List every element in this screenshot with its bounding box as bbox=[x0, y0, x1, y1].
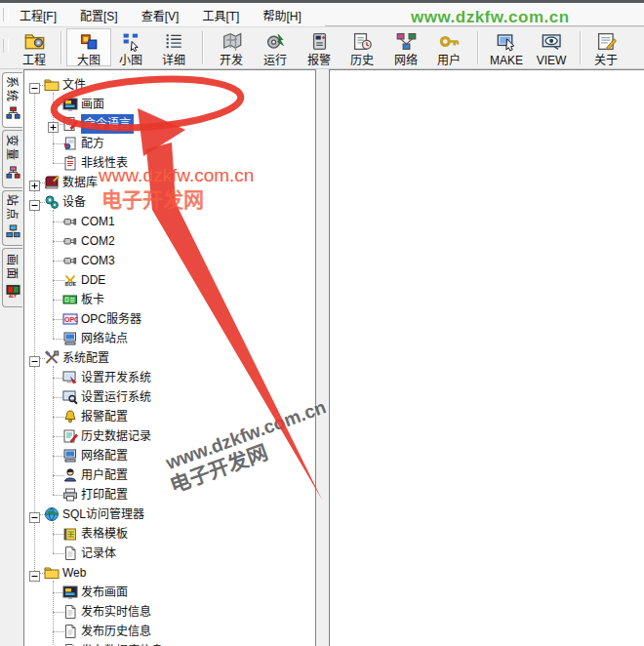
system-tab-icon bbox=[6, 106, 20, 124]
tree-item-history-data-record[interactable]: 历史数据记录 bbox=[24, 426, 315, 446]
tree-item-label: 命令语言 bbox=[81, 114, 134, 134]
tree-item-run-system-settings[interactable]: 设置运行系统 bbox=[24, 387, 315, 407]
toolbar-gripper[interactable] bbox=[3, 39, 9, 53]
tree-item-label: 设备 bbox=[62, 192, 86, 212]
tree-item-label: 发布历史信息 bbox=[81, 622, 151, 641]
tree-item-com3[interactable]: COM3 bbox=[24, 251, 315, 270]
station-tab-icon bbox=[6, 224, 20, 242]
tree-item-sql-access-manager[interactable]: SQL访问管理器 bbox=[24, 505, 315, 524]
tree-item-recipe[interactable]: 配方 bbox=[24, 134, 315, 153]
toolbar-button-label: 报警 bbox=[307, 55, 331, 67]
project-tree-panel: 文件画面命令语言配方非线性表数据库设备COM1COM2COM3DDEDDE板卡O… bbox=[23, 69, 316, 646]
toolbar-button-user[interactable]: 用户 bbox=[426, 28, 471, 66]
side-tab-label: 变量 bbox=[5, 135, 21, 162]
workspace-panel[interactable] bbox=[329, 69, 644, 646]
tree-item-label: 非线性表 bbox=[81, 153, 128, 173]
variable-tab-icon bbox=[6, 166, 20, 183]
develop-icon bbox=[221, 31, 242, 55]
tree-item-table-template[interactable]: 表格模板 bbox=[24, 524, 315, 544]
tree-item-label: 系统配置 bbox=[62, 348, 109, 368]
menu-item-view[interactable]: 查看[V] bbox=[139, 5, 182, 25]
tree-item-com2[interactable]: COM2 bbox=[24, 231, 315, 251]
tree-item-com1[interactable]: COM1 bbox=[24, 212, 315, 231]
tree-item-files[interactable]: 文件 bbox=[24, 75, 315, 95]
tree-item-label: 发布实时信息 bbox=[81, 602, 151, 622]
toolbar-button-label: 工程 bbox=[22, 55, 46, 67]
tree-item-alarm-config[interactable]: 报警配置 bbox=[24, 407, 315, 426]
side-tab-system[interactable]: 系统 bbox=[2, 72, 22, 128]
tree-item-print-config[interactable]: 打印配置 bbox=[24, 485, 315, 505]
side-tab-station[interactable]: 站点 bbox=[2, 190, 22, 246]
menubar-gripper[interactable] bbox=[3, 8, 9, 21]
side-tab-label: 画面 bbox=[5, 254, 21, 281]
tree-item-label: 设置开发系统 bbox=[81, 368, 151, 387]
tree-item-publish-realtime-info[interactable]: 发布实时信息 bbox=[24, 602, 315, 622]
toolbar-button-label: VIEW bbox=[537, 55, 567, 67]
toolbar-button-label: 关于 bbox=[594, 55, 618, 67]
tree-item-label: COM1 bbox=[81, 212, 115, 231]
toolbar-button-develop[interactable]: 开发 bbox=[209, 28, 254, 66]
tree-item-label: 发布画面 bbox=[81, 583, 128, 602]
tree-item-publish-picture[interactable]: 发布画面 bbox=[24, 583, 315, 602]
tree-item-nonlinear-table[interactable]: 非线性表 bbox=[24, 153, 315, 173]
toolbar-button-make[interactable]: MAKE bbox=[484, 28, 529, 66]
tree-item-label: SQL访问管理器 bbox=[62, 505, 144, 524]
svg-text:OPC: OPC bbox=[64, 316, 78, 323]
toolbar-button-network[interactable]: 网络 bbox=[383, 28, 428, 66]
tree-item-dde[interactable]: DDEDDE bbox=[24, 270, 315, 290]
toolbar-button-about[interactable]: 关于 bbox=[584, 28, 628, 66]
make-icon bbox=[497, 31, 517, 55]
side-tab-label: 系统 bbox=[5, 76, 21, 103]
kingview-project-explorer-window: 工程[F]配置[S]查看[V]工具[T]帮助[H] www.dzkfw.com.… bbox=[0, 0, 644, 646]
tree-item-label: 用户配置 bbox=[81, 465, 128, 485]
tree-item-network-config[interactable]: 网络配置 bbox=[24, 446, 315, 465]
tree-item-label: OPC服务器 bbox=[81, 309, 141, 329]
toolbar-button-details[interactable]: 详细 bbox=[151, 28, 196, 66]
tree-item-opc-server[interactable]: OPCOPC服务器 bbox=[24, 309, 315, 329]
project-tree: 文件画面命令语言配方非线性表数据库设备COM1COM2COM3DDEDDE板卡O… bbox=[24, 70, 315, 646]
tree-item-label: COM3 bbox=[81, 251, 115, 270]
tree-item-board-card[interactable]: 板卡 bbox=[24, 290, 315, 309]
small-icons-icon bbox=[121, 31, 141, 55]
tree-item-publish-database-info[interactable]: 发布数据库信息 bbox=[24, 641, 315, 646]
menu-item-config[interactable]: 配置[S] bbox=[77, 5, 121, 25]
alarm-icon bbox=[309, 31, 330, 55]
toolbar-button-small-icons[interactable]: 小图 bbox=[108, 28, 153, 66]
tree-item-label: 文件 bbox=[62, 75, 86, 95]
toolbar-button-big-icons[interactable]: 大图 bbox=[66, 28, 111, 66]
tree-item-label: 打印配置 bbox=[81, 485, 128, 505]
tree-item-database[interactable]: 数据库 bbox=[24, 173, 315, 192]
menu-item-project[interactable]: 工程[F] bbox=[17, 5, 60, 25]
tree-item-network-station[interactable]: 网络站点 bbox=[24, 329, 315, 348]
tree-item-command-language[interactable]: 命令语言 bbox=[24, 114, 315, 134]
toolbar-separator bbox=[580, 31, 582, 64]
svg-text:DDE: DDE bbox=[65, 281, 77, 287]
side-tab-variable[interactable]: 变量 bbox=[2, 130, 22, 188]
tree-item-dev-system-settings[interactable]: 设置开发系统 bbox=[24, 368, 315, 387]
user-icon bbox=[439, 31, 460, 55]
picture-tab-icon: ALT bbox=[6, 284, 20, 302]
toolbar-button-alarm[interactable]: 报警 bbox=[297, 28, 342, 66]
toolbar-button-label: 开发 bbox=[220, 55, 243, 67]
menu-items: 工程[F]配置[S]查看[V]工具[T]帮助[H] bbox=[13, 5, 304, 25]
menu-item-tools[interactable]: 工具[T] bbox=[199, 5, 242, 25]
tree-item-publish-history-info[interactable]: 发布历史信息 bbox=[24, 622, 315, 641]
tree-item-label: COM2 bbox=[81, 231, 115, 251]
toolbar-button-view[interactable]: VIEW bbox=[529, 28, 574, 66]
toolbar-button-history[interactable]: 历史 bbox=[340, 28, 384, 66]
tree-item-label: DDE bbox=[81, 270, 105, 290]
tree-item-web[interactable]: Web bbox=[24, 563, 315, 583]
tree-item-devices[interactable]: 设备 bbox=[24, 192, 315, 212]
side-tab-picture[interactable]: 画面ALT bbox=[2, 248, 22, 307]
project-icon bbox=[24, 31, 45, 55]
toolbar-button-label: MAKE bbox=[490, 55, 523, 67]
toolbar-button-label: 用户 bbox=[437, 55, 461, 67]
menu-item-help[interactable]: 帮助[H] bbox=[260, 5, 303, 25]
tree-item-pictures[interactable]: 画面 bbox=[24, 95, 315, 114]
tree-item-record-body[interactable]: 记录体 bbox=[24, 544, 315, 563]
tree-item-user-config[interactable]: 用户配置 bbox=[24, 465, 315, 485]
view-icon bbox=[542, 31, 562, 55]
toolbar-button-run[interactable]: 运行 bbox=[253, 28, 298, 66]
tree-item-system-config[interactable]: 系统配置 bbox=[24, 348, 315, 368]
toolbar-button-project[interactable]: 工程 bbox=[12, 28, 57, 66]
